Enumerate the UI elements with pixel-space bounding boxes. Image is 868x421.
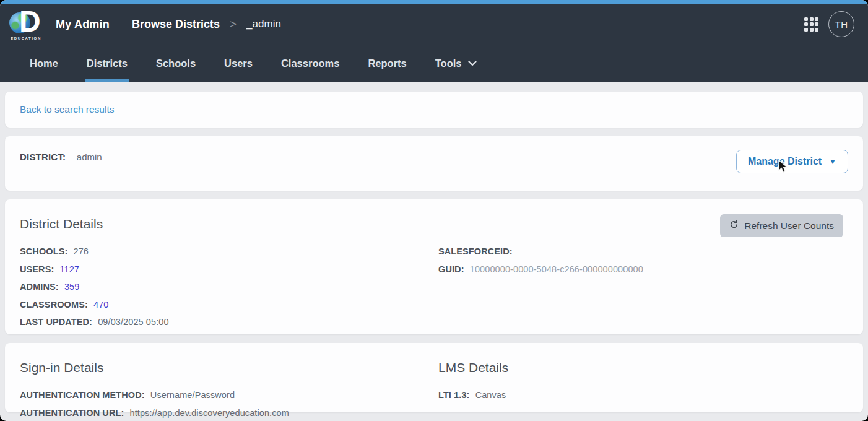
field-label: USERS:: [20, 264, 54, 274]
district-value: _admin: [71, 152, 102, 162]
field-last-updated: LAST UPDATED: 09/03/2025 05:00: [20, 317, 438, 327]
tab-label: Reports: [368, 58, 406, 69]
field-label: LTI 1.3:: [438, 390, 469, 400]
field-classrooms: CLASSROOMS: 470: [20, 300, 438, 310]
refresh-icon: [729, 220, 739, 232]
tab-label: Schools: [156, 58, 196, 69]
tab-schools[interactable]: Schools: [156, 45, 196, 82]
back-link-card: Back to search results: [5, 92, 863, 128]
field-label: LAST UPDATED:: [20, 317, 92, 327]
apps-grid-icon[interactable]: [804, 17, 818, 32]
breadcrumb-section[interactable]: Browse Districts: [132, 18, 220, 31]
lms-details-title: LMS Details: [438, 360, 848, 375]
district-details-columns: SCHOOLS: 276 USERS: 1127 ADMINS: 359 CLA…: [20, 246, 848, 335]
chevron-down-icon: [468, 61, 477, 66]
tab-label: Home: [30, 58, 58, 69]
primary-nav: Home Districts Schools Users Classrooms …: [0, 45, 868, 82]
field-label: SCHOOLS:: [20, 246, 67, 256]
tab-label: Tools: [435, 58, 462, 69]
field-label: AUTHENTICATION URL:: [20, 408, 124, 418]
district-banner-card: DISTRICT: _admin Manage District ▼: [5, 136, 863, 191]
district-name-line: DISTRICT: _admin: [20, 150, 102, 162]
tab-users[interactable]: Users: [224, 45, 253, 82]
field-guid: GUID: 10000000-0000-5048-c266-0000000000…: [438, 264, 848, 274]
manage-district-button[interactable]: Manage District ▼: [736, 150, 848, 173]
field-value: 276: [73, 246, 89, 256]
field-value: 09/03/2025 05:00: [98, 317, 169, 327]
tab-tools[interactable]: Tools: [435, 45, 477, 82]
district-details-card: District Details Refresh User Counts SCH…: [5, 199, 863, 334]
district-label: DISTRICT:: [20, 152, 66, 162]
details-left-column: SCHOOLS: 276 USERS: 1127 ADMINS: 359 CLA…: [20, 246, 438, 335]
refresh-user-counts-button[interactable]: Refresh User Counts: [720, 214, 843, 237]
details-right-column: SALESFORCEID: GUID: 10000000-0000-5048-c…: [438, 246, 848, 335]
field-label: ADMINS:: [20, 282, 59, 292]
breadcrumb-separator-icon: >: [230, 17, 237, 31]
tab-districts[interactable]: Districts: [87, 45, 128, 82]
brand-d-letter: D: [19, 7, 41, 37]
field-value: 10000000-0000-5048-c266-000000000000: [470, 264, 643, 274]
main-content: Back to search results DISTRICT: _admin …: [0, 82, 868, 412]
caret-down-icon: ▼: [829, 157, 836, 166]
field-salesforceid: SALESFORCEID:: [438, 246, 848, 256]
field-label: GUID:: [438, 264, 464, 274]
field-auth-method: AUTHENTICATION METHOD: Username/Password: [20, 390, 438, 400]
field-label: SALESFORCEID:: [438, 246, 513, 256]
field-users: USERS: 1127: [20, 264, 438, 274]
field-value: Canvas: [475, 390, 506, 400]
back-to-search-results-link[interactable]: Back to search results: [20, 104, 114, 115]
lms-details-section: LMS Details LTI 1.3: Canvas: [438, 355, 848, 421]
app-title: My Admin: [56, 18, 110, 31]
user-avatar[interactable]: TH: [828, 11, 854, 37]
admins-count-link[interactable]: 359: [64, 282, 80, 292]
field-admins: ADMINS: 359: [20, 282, 438, 292]
header-bar: D EDUCATION My Admin Browse Districts > …: [0, 4, 868, 45]
discovery-education-logo[interactable]: D EDUCATION: [7, 10, 45, 40]
refresh-button-label: Refresh User Counts: [744, 220, 834, 232]
field-label: AUTHENTICATION METHOD:: [20, 390, 145, 400]
signin-details-title: Sign-in Details: [20, 360, 438, 375]
field-auth-url: AUTHENTICATION URL: https://app.dev.disc…: [20, 408, 438, 418]
tab-classrooms[interactable]: Classrooms: [281, 45, 339, 82]
tab-reports[interactable]: Reports: [368, 45, 406, 82]
field-schools: SCHOOLS: 276: [20, 246, 438, 256]
manage-district-label: Manage District: [748, 156, 822, 167]
app-window: D EDUCATION My Admin Browse Districts > …: [0, 0, 868, 421]
signin-lms-card: Sign-in Details AUTHENTICATION METHOD: U…: [5, 343, 863, 412]
tab-home[interactable]: Home: [30, 45, 58, 82]
signin-details-section: Sign-in Details AUTHENTICATION METHOD: U…: [20, 355, 438, 421]
breadcrumb-current: _admin: [246, 18, 281, 30]
header-right-controls: TH: [804, 11, 854, 37]
field-value: Username/Password: [150, 390, 235, 400]
tab-label: Classrooms: [281, 58, 339, 69]
tab-label: Users: [224, 58, 253, 69]
users-count-link[interactable]: 1127: [60, 264, 80, 274]
field-lti: LTI 1.3: Canvas: [438, 390, 848, 400]
avatar-initials: TH: [835, 19, 848, 30]
top-header: D EDUCATION My Admin Browse Districts > …: [0, 4, 868, 82]
classrooms-count-link[interactable]: 470: [93, 300, 109, 310]
field-value: https://app.dev.discoveryeducation.com: [130, 408, 289, 418]
field-label: CLASSROOMS:: [20, 300, 88, 310]
logo-mark: D: [9, 10, 43, 36]
tab-label: Districts: [87, 58, 128, 69]
